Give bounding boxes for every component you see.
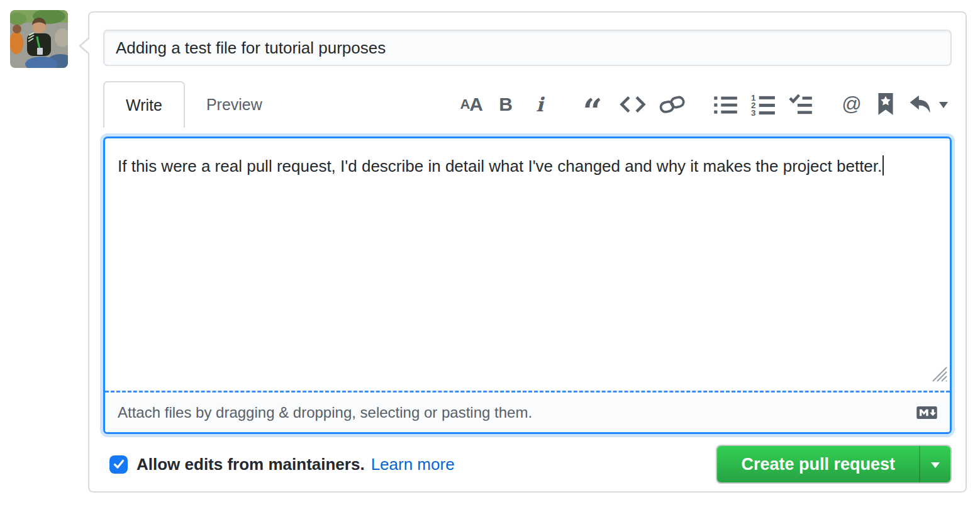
bold-icon[interactable]: B <box>495 91 516 118</box>
link-icon-svg <box>659 95 686 114</box>
allow-edits-checkbox[interactable] <box>109 455 128 474</box>
comment-textarea[interactable]: If this were a real pull request, I'd de… <box>105 138 950 393</box>
pr-title-input[interactable] <box>103 30 952 66</box>
pull-request-form-page: Write Preview AA B i “ <box>0 0 980 507</box>
mention-icon[interactable]: @ <box>841 91 862 118</box>
unordered-list-icon-svg <box>714 94 738 115</box>
text-size-icon[interactable]: AA <box>460 91 482 118</box>
allow-edits-label: Allow edits from maintainers. <box>136 455 365 474</box>
comment-box: If this were a real pull request, I'd de… <box>103 136 952 434</box>
reply-icon-svg <box>909 94 933 114</box>
text-size-small-a: A <box>460 96 469 113</box>
svg-text:3: 3 <box>751 108 755 116</box>
toolbar-group-extras: @ <box>841 91 948 118</box>
link-icon[interactable] <box>659 91 686 118</box>
attach-files-area[interactable]: Attach files by dragging & dropping, sel… <box>105 391 950 432</box>
card-pointer-arrow-fill <box>81 38 91 54</box>
text-size-big-a: A <box>469 94 482 115</box>
code-icon-svg <box>620 96 646 113</box>
markdown-toolbar: AA B i “ <box>460 91 952 118</box>
create-pull-request-button[interactable]: Create pull request <box>717 446 919 482</box>
resize-handle[interactable] <box>930 362 947 391</box>
ordered-list-icon-svg: 123 <box>750 93 776 116</box>
comment-form-head: Write Preview AA B i “ <box>103 81 952 128</box>
markdown-icon-svg <box>916 406 937 419</box>
checkmark-icon <box>113 458 125 471</box>
create-pull-request-dropdown[interactable] <box>919 446 950 482</box>
ordered-list-icon[interactable]: 123 <box>750 91 776 118</box>
dropdown-caret-icon <box>931 462 940 472</box>
avatar <box>10 10 68 68</box>
task-list-icon-svg <box>788 94 813 115</box>
resize-handle-svg <box>930 364 947 382</box>
markdown-icon[interactable] <box>916 406 937 419</box>
toolbar-group-lists: 123 <box>714 91 813 118</box>
unordered-list-icon[interactable] <box>714 91 738 118</box>
toolbar-group-insert: “ <box>578 91 686 118</box>
allow-edits-group: Allow edits from maintainers. Learn more <box>109 455 455 474</box>
reply-icon[interactable] <box>909 91 948 118</box>
attach-hint-text: Attach files by dragging & dropping, sel… <box>118 404 532 421</box>
task-list-icon[interactable] <box>788 91 813 118</box>
comment-text: If this were a real pull request, I'd de… <box>118 157 882 176</box>
saved-replies-icon[interactable] <box>875 91 896 118</box>
avatar-photo <box>10 10 68 68</box>
toolbar-group-text: AA B i <box>460 91 550 118</box>
italic-icon[interactable]: i <box>529 91 550 118</box>
text-cursor <box>883 155 884 176</box>
form-actions: Allow edits from maintainers. Learn more… <box>103 445 952 484</box>
learn-more-link[interactable]: Learn more <box>371 455 455 474</box>
tab-write[interactable]: Write <box>103 81 185 128</box>
tab-preview[interactable]: Preview <box>185 81 284 128</box>
quote-icon[interactable]: “ <box>578 91 607 118</box>
reply-dropdown-icon[interactable] <box>939 102 948 113</box>
quote-glyph: “ <box>578 93 607 116</box>
create-pull-request-button-group: Create pull request <box>716 445 952 484</box>
saved-replies-icon-svg <box>877 93 894 116</box>
code-icon[interactable] <box>620 91 646 118</box>
pr-form-card: Write Preview AA B i “ <box>88 11 967 493</box>
